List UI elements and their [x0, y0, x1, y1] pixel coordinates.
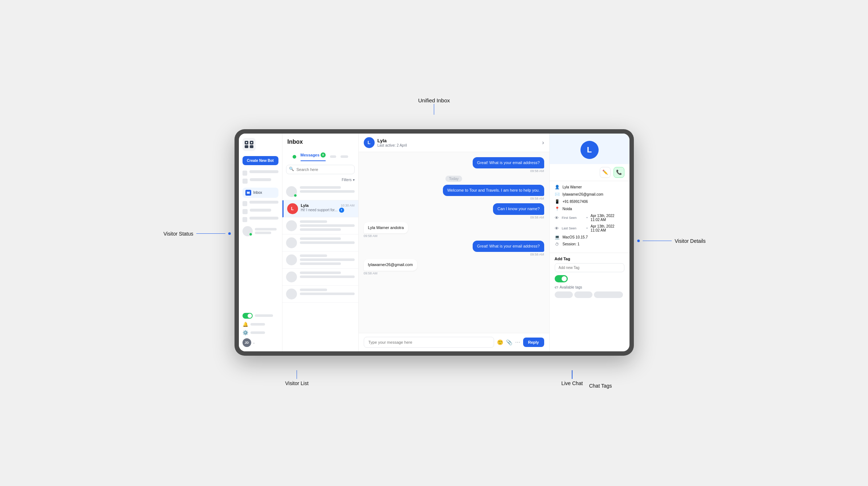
message-group: Can I know your name? 09:58 AM: [364, 203, 544, 219]
filter-row: Filters ▾: [282, 176, 358, 183]
details-actions: ✏️ 📞: [550, 164, 629, 181]
tab-skeleton-2: [341, 155, 348, 158]
conv-avatar-placeholder: [286, 254, 297, 265]
conv-tabs: Messages 8: [288, 149, 353, 161]
message-group: Great! What is your email address? 09:58…: [364, 157, 544, 173]
message-bubble: Great! What is your email address?: [473, 157, 544, 168]
conv-search-area: 🔍: [282, 161, 358, 176]
message-time: 09:58 AM: [530, 197, 544, 200]
conv-info-skeleton: [300, 186, 355, 193]
contact-email-value: lylawarner26@gmail.com: [563, 192, 603, 196]
sidebar-bottom: 🔔 ⚙️ JD -: [243, 313, 278, 347]
list-item[interactable]: [282, 234, 358, 252]
visitor-list-annotation: Visitor List: [285, 370, 309, 386]
chat-header-left: L Lyla Last active: 2 April: [364, 137, 407, 148]
live-chat-annotation: Live Chat: [561, 370, 583, 386]
bell-icon: 🔔: [243, 322, 248, 327]
message-group: Great! What is your email address? 09:58…: [364, 241, 544, 256]
search-input[interactable]: [286, 165, 355, 174]
detail-location-row: 📍 Noida: [555, 207, 624, 211]
add-tag-input[interactable]: [555, 263, 624, 272]
user-avatar: JD: [243, 338, 251, 347]
call-button[interactable]: 📞: [614, 167, 624, 178]
online-indicator: [294, 194, 297, 197]
chat-contact-avatar: L: [364, 137, 375, 148]
details-panel: L ✏️ 📞 👤 Lyla Warner ✉️: [550, 134, 629, 351]
notifications-row[interactable]: 🔔: [243, 322, 278, 327]
message-bubble: lylawarner26@gmail.com: [364, 259, 417, 270]
filter-button[interactable]: Filters ▾: [342, 178, 354, 182]
app-logo: [243, 138, 278, 152]
message-time: 09:58 AM: [364, 271, 378, 275]
contact-session-value: Session: 1: [563, 242, 580, 246]
emoji-icon[interactable]: 🙂: [497, 339, 503, 345]
svg-point-6: [251, 142, 252, 143]
online-toggle-row[interactable]: [243, 313, 278, 319]
user-avatar-row[interactable]: JD -: [243, 338, 278, 347]
list-item[interactable]: [282, 252, 358, 269]
inbox-label: Inbox: [253, 191, 262, 195]
attachment-icon[interactable]: 📎: [506, 339, 512, 345]
create-new-bot-button[interactable]: Create New Bot: [243, 156, 278, 165]
conv-avatar-placeholder: [286, 220, 297, 231]
contact-name-value: Lyla Warner: [563, 185, 582, 189]
more-options-icon[interactable]: ⋯: [515, 339, 520, 345]
app-window: Create New Bot: [239, 134, 629, 351]
chat-header: L Lyla Last active: 2 April ›: [359, 134, 549, 152]
monitor-icon: 💻: [555, 235, 560, 240]
message-bubble: Lyla Warner andotra: [364, 222, 408, 233]
details-header: L: [550, 134, 629, 164]
top-annotation-line: [434, 104, 435, 115]
detail-name-row: 👤 Lyla Warner: [555, 185, 624, 189]
sidebar-skeleton-items: [243, 170, 278, 184]
detail-first-seen-row: 👁 First Seen • Apr 13th, 2022 11:02 AM: [555, 214, 624, 222]
list-item[interactable]: [282, 286, 358, 303]
chat-messages: Great! What is your email address? 09:58…: [359, 152, 549, 333]
available-tags-label: 🏷 Available tags: [555, 285, 624, 289]
user-icon: 👤: [555, 185, 560, 189]
detail-phone-row: 📱 +91 859917406: [555, 199, 624, 204]
conv-avatar-placeholder: [286, 186, 297, 197]
contact-avatar-large: L: [580, 141, 599, 159]
edit-button[interactable]: ✏️: [600, 167, 611, 178]
conv-avatar-placeholder: [286, 289, 297, 299]
sidebar-item-inbox[interactable]: Inbox: [243, 188, 278, 198]
tag-chip[interactable]: [574, 291, 592, 298]
visitor-status-area: [243, 226, 278, 236]
reply-button[interactable]: Reply: [523, 338, 544, 347]
top-annotation-label: Unified Inbox: [418, 97, 450, 103]
chat-contact-info: Lyla Last active: 2 April: [378, 138, 407, 147]
tab-skeleton-1: [330, 155, 336, 158]
clock-icon: ⏱: [555, 242, 560, 246]
svg-rect-4: [250, 145, 253, 148]
chat-contact-name: Lyla: [378, 138, 407, 143]
tag-chip[interactable]: [555, 291, 573, 298]
online-toggle[interactable]: [243, 313, 253, 319]
list-item[interactable]: [282, 269, 358, 286]
tab-messages[interactable]: Messages 8: [301, 152, 326, 161]
message-group: lylawarner26@gmail.com 09:58 AM: [364, 259, 544, 275]
eye-icon-2: 👁: [555, 226, 559, 230]
filter-icon: ▾: [353, 178, 355, 182]
add-tag-section: Add Tag 🏷 Available tags: [550, 253, 629, 302]
contact-phone-value: +91 859917406: [563, 200, 588, 204]
chat-message-input[interactable]: [364, 337, 494, 348]
detail-session-row: ⏱ Session: 1: [555, 242, 624, 246]
expand-icon[interactable]: ›: [542, 139, 544, 146]
tag-chip[interactable]: [594, 291, 623, 298]
phone-icon: 📱: [555, 199, 560, 204]
contact-os-value: MacOS 10.15.7: [563, 235, 588, 239]
settings-row[interactable]: ⚙️: [243, 330, 278, 335]
message-group: Lyla Warner andotra 09:58 AM: [364, 222, 544, 238]
sidebar: Create New Bot: [239, 134, 282, 351]
message-bubble: Welcome to Tour and Travels. I am here t…: [443, 185, 544, 196]
chat-contact-status: Last active: 2 April: [378, 143, 407, 147]
tag-toggle[interactable]: [555, 275, 568, 282]
list-item-lyla[interactable]: L Lyla 10:30 AM Hi! I need support for..…: [282, 200, 358, 217]
list-item[interactable]: [282, 183, 358, 200]
conv-header: Inbox Messages 8: [282, 134, 358, 161]
list-item[interactable]: [282, 217, 358, 234]
detail-os-row: 💻 MacOS 10.15.7: [555, 235, 624, 240]
detail-last-seen-row: 👁 Last Seen • Apr 13th, 2022 11:02 AM: [555, 224, 624, 232]
device-frame: Create New Bot: [235, 129, 634, 356]
